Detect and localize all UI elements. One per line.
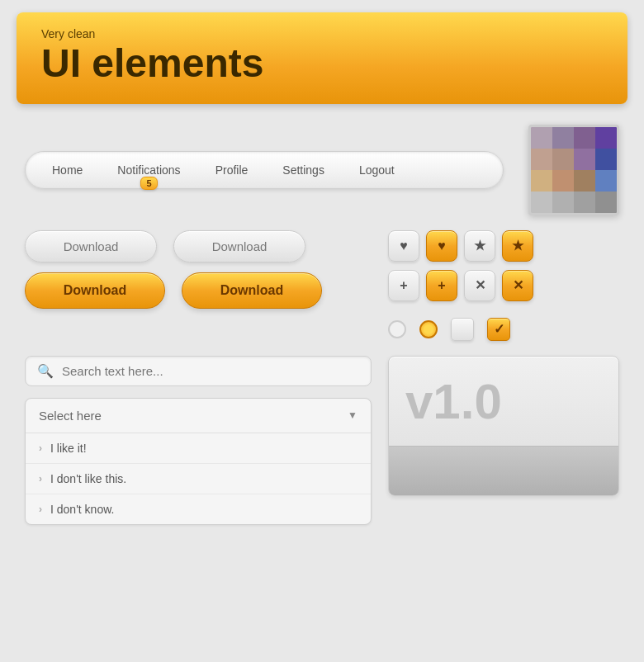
- search-icon: 🔍: [37, 363, 54, 379]
- chevron-right-icon: ›: [39, 473, 42, 485]
- download-orange-2[interactable]: Download: [182, 272, 322, 309]
- select-option-2[interactable]: › I don't like this.: [26, 464, 371, 494]
- cross-icon-flat[interactable]: ✕: [464, 270, 495, 301]
- select-header[interactable]: Select here ▼: [26, 399, 371, 433]
- star-icon-orange[interactable]: ★: [502, 230, 533, 262]
- swatch-cell: [531, 149, 552, 170]
- version-text: v1.0: [405, 373, 502, 430]
- swatch-cell: [574, 192, 595, 213]
- swatch-cell: [595, 149, 617, 170]
- chevron-down-icon: ▼: [348, 409, 358, 421]
- plus-icon-orange[interactable]: +: [426, 270, 457, 301]
- checkbox-unchecked[interactable]: [451, 318, 474, 341]
- version-box: v1.0: [388, 356, 619, 496]
- swatch-cell: [531, 127, 552, 149]
- buttons-row-orange: Download Download: [25, 272, 372, 309]
- middle-section: 🔍 Select here ▼ › I like it! › I don't l…: [25, 356, 619, 525]
- cross-icon-orange[interactable]: ✕: [502, 270, 533, 301]
- select-option-1[interactable]: › I like it!: [26, 433, 371, 464]
- buttons-left: Download Download Download Download: [25, 230, 372, 309]
- header-subtitle: Very clean: [41, 27, 603, 40]
- download-flat-1[interactable]: Download: [25, 230, 157, 262]
- nav-section: Home Notifications 5 Profile Settings Lo…: [25, 125, 619, 215]
- icon-buttons-row-2: + + ✕ ✕: [388, 270, 533, 301]
- buttons-row-flat: Download Download: [25, 230, 372, 262]
- header-title: UI elements: [41, 42, 603, 86]
- search-bar[interactable]: 🔍: [25, 356, 372, 386]
- chevron-right-icon: ›: [39, 504, 42, 515]
- swatch-cell: [574, 170, 595, 192]
- search-input[interactable]: [62, 364, 359, 378]
- nav-item-home[interactable]: Home: [39, 157, 96, 183]
- swatch-cell: [552, 127, 574, 149]
- nav-item-profile[interactable]: Profile: [202, 157, 262, 183]
- swatch-cell: [531, 192, 552, 213]
- select-box: Select here ▼ › I like it! › I don't lik…: [25, 398, 372, 525]
- heart-icon-flat[interactable]: ♥: [388, 230, 419, 262]
- plus-icon-flat[interactable]: +: [388, 270, 419, 301]
- swatch-cell: [595, 170, 617, 192]
- left-controls: 🔍 Select here ▼ › I like it! › I don't l…: [25, 356, 372, 525]
- chevron-right-icon: ›: [39, 442, 42, 454]
- nav-item-settings[interactable]: Settings: [269, 157, 338, 183]
- nav-bar: Home Notifications 5 Profile Settings Lo…: [25, 151, 504, 189]
- swatch-cell: [531, 170, 552, 192]
- radio-selected[interactable]: [419, 320, 438, 338]
- swatch-cell: [595, 127, 617, 149]
- swatch-cell: [552, 149, 574, 170]
- swatch-cell: [552, 192, 574, 213]
- swatch-cell: [574, 127, 595, 149]
- swatch-cell: [574, 149, 595, 170]
- swatch-cell: [552, 170, 574, 192]
- radio-unselected[interactable]: [388, 320, 406, 338]
- star-icon-flat[interactable]: ★: [464, 230, 495, 262]
- controls-section: ✓: [388, 318, 533, 341]
- nav-item-logout[interactable]: Logout: [346, 157, 408, 183]
- download-flat-2[interactable]: Download: [173, 230, 305, 262]
- select-option-3[interactable]: › I don't know.: [26, 494, 371, 524]
- heart-icon-orange[interactable]: ♥: [426, 230, 457, 262]
- header-banner: Very clean UI elements: [17, 12, 627, 104]
- icon-buttons-section: ♥ ♥ ★ ★ + + ✕ ✕ ✓: [388, 230, 533, 341]
- nav-badge: 5: [140, 177, 157, 190]
- nav-item-notifications[interactable]: Notifications 5: [104, 157, 193, 183]
- select-label: Select here: [39, 409, 102, 423]
- color-swatch: [528, 125, 619, 215]
- icon-buttons-row-1: ♥ ♥ ★ ★: [388, 230, 533, 262]
- checkbox-checked[interactable]: ✓: [487, 318, 510, 341]
- version-bar: [389, 446, 618, 495]
- swatch-cell: [595, 192, 617, 213]
- download-orange-1[interactable]: Download: [25, 272, 165, 309]
- buttons-section: Download Download Download Download ♥ ♥ …: [25, 230, 619, 341]
